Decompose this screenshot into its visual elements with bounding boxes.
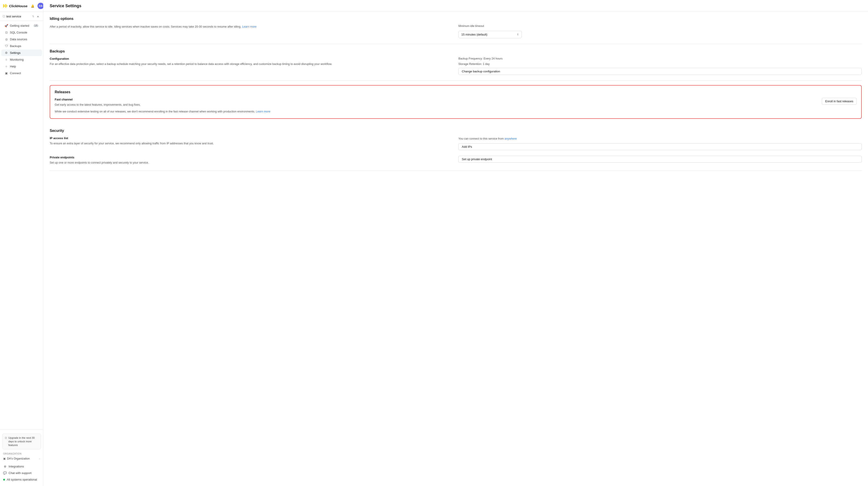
- integrations-item[interactable]: ⊕ Integrations: [0, 463, 43, 470]
- idling-left: After a period of inactivity, allow this…: [50, 24, 453, 29]
- setup-private-endpoint-button[interactable]: Set up private endpoint: [458, 156, 862, 163]
- idling-right: Minimum idle timeout 15 minutes (default…: [458, 24, 862, 38]
- sidebar-item-sql-console[interactable]: ⊡ SQL Console: [1, 29, 42, 36]
- idle-timeout-select[interactable]: 15 minutes (default) ⇕: [458, 31, 522, 38]
- backups-icon: 🛡: [4, 44, 8, 48]
- backup-frequency: Backup Frequency: Every 24 hours: [458, 57, 862, 60]
- backups-section: Backups Configuration For an effective d…: [50, 44, 862, 81]
- private-endpoints-desc: Set up one or more endpoints to connect …: [50, 161, 453, 165]
- chat-label: Chat with support: [8, 471, 31, 475]
- chat-support-item[interactable]: 💬 Chat with support: [0, 470, 43, 476]
- connect-icon: ▣: [4, 72, 8, 75]
- nav-section: 🚀 Getting started 1/5 ⊡ SQL Console ◎ Da…: [0, 21, 43, 429]
- security-section: Security IP access list To ensure an ext…: [50, 123, 862, 171]
- sidebar-item-label: Connect: [10, 72, 21, 75]
- chat-icon: 💬: [3, 471, 7, 475]
- releases-right: Enroll in fast releases: [822, 98, 857, 105]
- getting-started-icon: 🚀: [4, 24, 8, 27]
- upgrade-box[interactable]: ⊙ Upgrade in the next 30 days to unlock …: [2, 433, 41, 449]
- add-service-button[interactable]: +: [35, 14, 40, 19]
- service-icon: ⬡: [3, 15, 5, 18]
- private-endpoints-label: Private endpoints: [50, 156, 453, 159]
- idle-timeout-value: 15 minutes (default): [461, 33, 487, 36]
- notification-bell-button[interactable]: 🔔: [29, 3, 36, 9]
- sidebar-bottom: ⊙ Upgrade in the next 30 days to unlock …: [0, 429, 43, 486]
- releases-section-title: Releases: [55, 90, 857, 94]
- releases-desc1: Get early access to the latest features,…: [55, 103, 816, 107]
- service-arrows-icon: ⇅: [32, 15, 34, 18]
- private-endpoints-right: Set up private endpoint: [458, 156, 862, 163]
- private-endpoints-subsection: Private endpoints Set up one or more end…: [50, 156, 862, 165]
- sidebar-item-settings[interactable]: ⚙ Settings: [1, 50, 42, 56]
- idle-timeout-label: Minimum idle timeout: [458, 24, 862, 28]
- config-description: For an effective data protection plan, s…: [50, 62, 453, 66]
- avatar-button[interactable]: DA: [37, 3, 43, 9]
- sidebar-item-backups[interactable]: 🛡 Backups: [1, 43, 42, 49]
- service-name: test service: [6, 15, 31, 18]
- sidebar: ClickHouse 🔔 DA ⬡ test service ⇅ + 🚀 Get…: [0, 0, 43, 486]
- sidebar-item-monitoring[interactable]: ○ Monitoring: [1, 56, 42, 63]
- logo-icon: [3, 4, 7, 8]
- backups-left: Configuration For an effective data prot…: [50, 57, 453, 66]
- releases-learn-more-link[interactable]: Learn more: [256, 110, 270, 113]
- getting-started-badge: 1/5: [33, 24, 39, 27]
- backup-retention: Storage Retention: 1 day: [458, 62, 862, 66]
- sidebar-item-label: Backups: [10, 44, 21, 48]
- idling-description: After a period of inactivity, allow this…: [50, 24, 453, 29]
- idling-section-title: Idling options: [50, 17, 862, 21]
- sidebar-item-connect[interactable]: ▣ Connect: [1, 70, 42, 77]
- header-icons: 🔔 DA: [29, 3, 43, 9]
- private-endpoints-left: Private endpoints Set up one or more end…: [50, 156, 453, 165]
- integrations-icon: ⊕: [3, 465, 7, 468]
- config-label: Configuration: [50, 57, 453, 60]
- org-arrow-icon: ›: [39, 457, 40, 460]
- help-icon: ○: [4, 65, 8, 68]
- upgrade-text: Upgrade in the next 30 days to unlock mo…: [8, 436, 38, 447]
- enroll-fast-releases-button[interactable]: Enroll in fast releases: [822, 98, 857, 105]
- ip-list-left: IP access list To ensure an extra layer …: [50, 137, 453, 146]
- backups-section-title: Backups: [50, 49, 862, 53]
- status-dot-icon: [3, 479, 5, 481]
- org-icon: ▣: [3, 457, 6, 460]
- backups-right: Backup Frequency: Every 24 hours Storage…: [458, 57, 862, 75]
- idling-learn-more-link[interactable]: Learn more: [242, 25, 256, 28]
- logo-text: ClickHouse: [9, 4, 28, 8]
- fast-channel-label: Fast channel: [55, 98, 816, 101]
- service-selector[interactable]: ⬡ test service ⇅ +: [0, 12, 43, 21]
- releases-left: Fast channel Get early access to the lat…: [55, 98, 816, 114]
- org-section: Organization ▣ DA's Organization ›: [0, 451, 43, 462]
- change-backup-config-button[interactable]: Change backup configuration: [458, 68, 862, 75]
- idling-section: Idling options After a period of inactiv…: [50, 11, 862, 44]
- org-item[interactable]: ▣ DA's Organization ›: [3, 456, 40, 461]
- bottom-nav: ⊕ Integrations 💬 Chat with support All s…: [0, 462, 43, 484]
- sidebar-item-help[interactable]: ○ Help: [1, 63, 42, 70]
- add-ips-button[interactable]: Add IPs: [458, 143, 862, 150]
- page-title: Service Settings: [50, 4, 862, 8]
- releases-desc2: While we conduct extensive testing on al…: [55, 109, 816, 114]
- status-item[interactable]: All systems operational: [0, 476, 43, 483]
- sidebar-item-label: Help: [10, 65, 16, 68]
- sidebar-item-label: Settings: [10, 51, 21, 55]
- sidebar-item-label: Getting started: [10, 24, 29, 27]
- main-sections: Idling options After a period of inactiv…: [43, 11, 868, 180]
- status-label: All systems operational: [7, 478, 37, 481]
- upgrade-icon: ⊙: [5, 436, 7, 439]
- settings-icon: ⚙: [4, 51, 8, 55]
- sidebar-item-getting-started[interactable]: 🚀 Getting started 1/5: [1, 22, 42, 29]
- sidebar-item-label: Data sources: [10, 37, 27, 41]
- org-label: Organization: [3, 453, 40, 455]
- anywhere-link[interactable]: anywhere: [504, 137, 517, 140]
- sidebar-item-label: SQL Console: [10, 31, 27, 34]
- main-content: Service Settings Idling options After a …: [43, 0, 868, 486]
- sidebar-item-data-sources[interactable]: ◎ Data sources: [1, 36, 42, 42]
- releases-section: Releases Fast channel Get early access t…: [50, 85, 862, 119]
- main-header: Service Settings: [43, 0, 868, 11]
- sidebar-item-label: Monitoring: [10, 58, 24, 61]
- ip-list-right: You can connect to this service from any…: [458, 137, 862, 150]
- select-arrow-icon: ⇕: [517, 33, 519, 36]
- org-name: DA's Organization: [7, 457, 30, 460]
- connect-from-text: You can connect to this service from any…: [458, 137, 862, 141]
- ip-label: IP access list: [50, 137, 453, 140]
- sidebar-header: ClickHouse 🔔 DA: [0, 0, 43, 12]
- integrations-label: Integrations: [8, 465, 24, 468]
